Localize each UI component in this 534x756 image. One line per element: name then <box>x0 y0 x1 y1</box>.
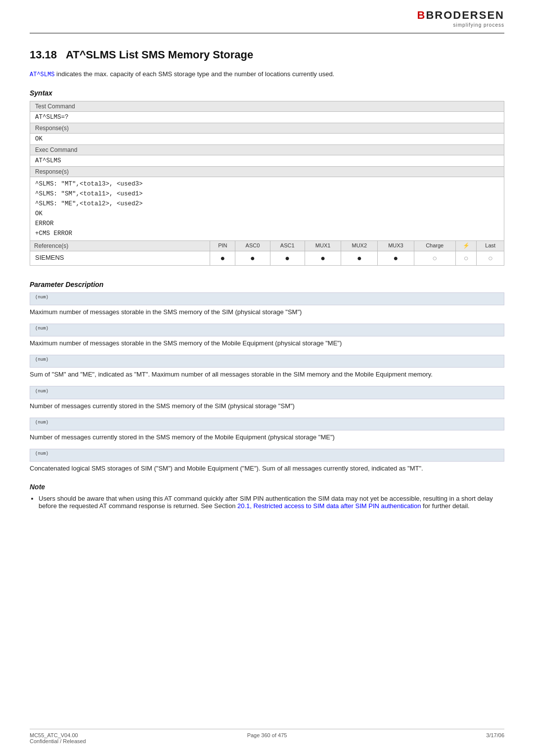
logo-brand: BBRODERSEN <box>417 9 504 22</box>
param-label-2: (num) <box>30 355 504 368</box>
page-wrapper: BBRODERSEN simplifying process 13.18AT^S… <box>0 0 534 756</box>
test-response-code-row: OK <box>30 134 504 145</box>
col-mux2: MUX2 <box>341 241 378 251</box>
footer-date: 3/17/06 <box>346 732 504 744</box>
param-section-3: (num)Number of messages currently stored… <box>30 386 504 410</box>
dot-mux1: ● <box>305 251 341 266</box>
col-asc1: ASC1 <box>270 241 305 251</box>
syntax-table: Test Command AT^SLMS=? Response(s) OK Ex… <box>30 101 504 266</box>
param-desc-text-4: Number of messages currently stored in t… <box>30 432 504 442</box>
page-header: BBRODERSEN simplifying process <box>30 0 504 34</box>
params-container: (num)Maximum number of messages storable… <box>30 292 504 473</box>
exec-response-code: ^SLMS: "MT",<total3>, <used3> ^SLMS: "SM… <box>30 177 504 241</box>
dot-last: ○ <box>477 251 504 266</box>
param-desc-text-1: Maximum number of messages storable in t… <box>30 338 504 348</box>
intro-text: indicates the max. capacity of each SMS … <box>54 70 334 78</box>
param-desc-text-5: Concatenated logical SMS storages of SIM… <box>30 464 504 473</box>
exec-command-code: AT^SLMS <box>30 155 504 167</box>
test-command-code: AT^SLMS=? <box>30 112 504 123</box>
dot-charge: ○ <box>414 251 455 266</box>
footer-left: MC55_ATC_V04.00 Confidential / Released <box>30 732 188 744</box>
param-label-0: (num) <box>30 292 504 305</box>
dot-asc1: ● <box>270 251 305 266</box>
col-mux3: MUX3 <box>378 241 414 251</box>
param-label-5: (num) <box>30 449 504 462</box>
param-desc-text-3: Number of messages currently stored in t… <box>30 401 504 411</box>
logo-sub: simplifying process <box>453 22 504 28</box>
section-title: 13.18AT^SLMS List SMS Memory Storage <box>30 48 504 61</box>
param-desc-text-0: Maximum number of messages storable in t… <box>30 307 504 317</box>
test-command-code-row: AT^SLMS=? <box>30 112 504 123</box>
dot-asc0: ● <box>235 251 270 266</box>
test-command-label-row: Test Command <box>30 101 504 112</box>
param-section-2: (num)Sum of "SM" and "ME", indicated as … <box>30 355 504 379</box>
param-label-3: (num) <box>30 386 504 399</box>
logo-area: BBRODERSEN simplifying process <box>417 9 504 28</box>
test-response-label: Response(s) <box>30 123 504 134</box>
col-lightning: ⚡ <box>455 241 477 251</box>
exec-command-label: Exec Command <box>30 145 504 155</box>
footer-doc-id: MC55_ATC_V04.00 <box>30 732 188 738</box>
dot-mux2: ● <box>341 251 378 266</box>
exec-response-code-row: ^SLMS: "MT",<total3>, <used3> ^SLMS: "SM… <box>30 177 504 241</box>
test-command-label: Test Command <box>30 101 504 112</box>
page-footer: MC55_ATC_V04.00 Confidential / Released … <box>30 729 504 744</box>
col-charge: Charge <box>414 241 455 251</box>
param-label-4: (num) <box>30 418 504 430</box>
param-desc-text-2: Sum of "SM" and "ME", indicated as "MT".… <box>30 370 504 379</box>
exec-command-label-row: Exec Command <box>30 145 504 155</box>
at-slms-link[interactable]: AT^SLMS <box>30 71 54 78</box>
dot-mux3: ● <box>378 251 414 266</box>
note-link[interactable]: 20.1, Restricted access to SIM data afte… <box>237 502 421 510</box>
vendor-name: SIEMENS <box>30 251 210 266</box>
intro-paragraph: AT^SLMS indicates the max. capacity of e… <box>30 70 504 78</box>
param-section-5: (num)Concatenated logical SMS storages o… <box>30 449 504 473</box>
syntax-heading: Syntax <box>30 89 504 97</box>
param-section-1: (num)Maximum number of messages storable… <box>30 324 504 348</box>
col-last: Last <box>477 241 504 251</box>
param-section-0: (num)Maximum number of messages storable… <box>30 292 504 317</box>
exec-command-code-row: AT^SLMS <box>30 155 504 167</box>
dot-pin: ● <box>210 251 235 266</box>
note-item: Users should be aware that when using th… <box>39 495 504 510</box>
note-list: Users should be aware that when using th… <box>30 495 504 510</box>
param-label-1: (num) <box>30 324 504 336</box>
exec-response-label-row: Response(s) <box>30 167 504 177</box>
references-header-row: Reference(s) PIN ASC0 ASC1 MUX1 MUX2 MUX… <box>30 241 504 251</box>
test-response-code: OK <box>30 134 504 145</box>
exec-response-label: Response(s) <box>30 167 504 177</box>
footer-center: Page 360 of 475 <box>188 732 346 744</box>
section-heading: AT^SLMS List SMS Memory Storage <box>66 48 253 61</box>
vendor-data-row: SIEMENS ● ● ● ● ● ● ○ ○ ○ <box>30 251 504 266</box>
col-asc0: ASC0 <box>235 241 270 251</box>
test-response-label-row: Response(s) <box>30 123 504 134</box>
param-section-4: (num)Number of messages currently stored… <box>30 418 504 442</box>
col-mux1: MUX1 <box>305 241 341 251</box>
section-number: 13.18 <box>30 48 57 61</box>
note-heading: Note <box>30 483 504 491</box>
references-label: Reference(s) <box>30 241 210 251</box>
footer-status: Confidential / Released <box>30 738 188 744</box>
col-pin: PIN <box>210 241 235 251</box>
dot-lightning: ○ <box>455 251 477 266</box>
param-desc-heading: Parameter Description <box>30 281 504 288</box>
